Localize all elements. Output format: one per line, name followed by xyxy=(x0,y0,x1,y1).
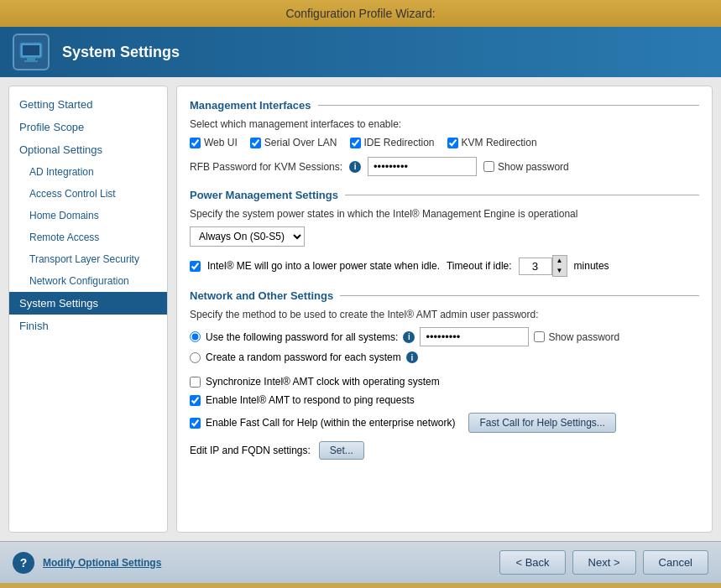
sidebar-item-access-control-list[interactable]: Access Control List xyxy=(9,183,167,205)
footer-buttons: < Back Next > Cancel xyxy=(499,550,708,575)
svg-rect-1 xyxy=(23,45,39,55)
svg-rect-2 xyxy=(27,58,35,60)
power-state-dropdown[interactable]: Always On (S0-S5) Always On (S0) Always … xyxy=(190,226,305,247)
password-info-icon: i xyxy=(403,331,415,343)
serial-over-lan-label[interactable]: Serial Over LAN xyxy=(250,137,337,148)
admin-password-input[interactable] xyxy=(420,327,529,346)
sidebar-item-transport-layer-security[interactable]: Transport Layer Security xyxy=(9,248,167,270)
svg-rect-3 xyxy=(24,60,38,62)
sidebar-item-finish[interactable]: Finish xyxy=(9,315,167,337)
idle-state-label: Intel® ME will go into a lower power sta… xyxy=(207,260,440,272)
header-icon xyxy=(13,34,50,70)
radio-use-password[interactable] xyxy=(190,331,201,342)
ide-redirection-label[interactable]: IDE Redirection xyxy=(350,137,435,148)
radio-random-password[interactable] xyxy=(190,352,201,363)
rfb-password-row: RFB Password for KVM Sessions: i Show pa… xyxy=(190,157,699,176)
ping-checkbox[interactable] xyxy=(190,395,201,406)
timeout-up-button[interactable]: ▲ xyxy=(553,256,567,266)
power-management-title: Power Management Settings xyxy=(190,189,699,201)
timeout-row: Intel® ME will go into a lower power sta… xyxy=(190,255,699,277)
serial-over-lan-checkbox[interactable] xyxy=(250,138,261,148)
web-ui-checkbox[interactable] xyxy=(190,138,201,148)
radio-random-password-label: Create a random password for each system xyxy=(206,351,401,363)
timeout-down-button[interactable]: ▼ xyxy=(553,266,567,276)
set-button[interactable]: Set... xyxy=(319,441,364,460)
sidebar-item-network-configuration[interactable]: Network Configuration xyxy=(9,270,167,292)
sidebar-item-profile-scope[interactable]: Profile Scope xyxy=(9,116,167,138)
cancel-button[interactable]: Cancel xyxy=(643,550,708,575)
web-ui-label[interactable]: Web UI xyxy=(190,137,238,148)
sidebar: Getting Started Profile Scope Optional S… xyxy=(8,86,168,533)
rfb-password-label: RFB Password for KVM Sessions: xyxy=(190,161,342,173)
sidebar-item-home-domains[interactable]: Home Domains xyxy=(9,205,167,226)
content-area: Getting Started Profile Scope Optional S… xyxy=(0,77,721,541)
timeout-unit: minutes xyxy=(574,260,609,272)
management-interfaces-title: Management Interfaces xyxy=(190,99,699,112)
random-info-icon: i xyxy=(406,351,418,363)
rfb-show-password-label[interactable]: Show password xyxy=(483,161,569,173)
header-title: System Settings xyxy=(62,44,180,61)
fast-call-settings-button[interactable]: Fast Call for Help Settings... xyxy=(468,413,615,433)
help-button[interactable]: ? xyxy=(13,552,34,574)
rfb-password-input[interactable] xyxy=(368,157,477,176)
timeout-label: Timeout if idle: xyxy=(447,260,512,272)
sidebar-item-getting-started[interactable]: Getting Started xyxy=(9,93,167,116)
ip-fqdn-row: Edit IP and FQDN settings: Set... xyxy=(190,441,699,460)
admin-show-password-label[interactable]: Show password xyxy=(534,331,619,343)
sidebar-item-optional-settings[interactable]: Optional Settings xyxy=(9,138,167,161)
network-other-desc: Specify the method to be used to create … xyxy=(190,309,699,320)
fast-call-row: Enable Fast Call for Help (within the en… xyxy=(190,413,699,433)
header: System Settings xyxy=(0,27,721,77)
sidebar-item-remote-access[interactable]: Remote Access xyxy=(9,226,167,248)
modify-optional-settings-link[interactable]: Modify Optional Settings xyxy=(43,557,161,569)
sidebar-item-system-settings[interactable]: System Settings xyxy=(9,292,167,315)
sync-clock-checkbox[interactable] xyxy=(190,377,201,388)
kvm-redirection-checkbox[interactable] xyxy=(447,138,458,148)
idle-state-checkbox[interactable] xyxy=(190,261,201,272)
admin-show-password-checkbox[interactable] xyxy=(534,331,545,342)
main-panel: Management Interfaces Select which manag… xyxy=(176,86,713,533)
window-title: Configuration Profile Wizard: xyxy=(285,7,435,20)
rfb-info-icon: i xyxy=(349,161,361,173)
power-dropdown-row: Always On (S0-S5) Always On (S0) Always … xyxy=(190,226,699,247)
management-interfaces-checkboxes: Web UI Serial Over LAN IDE Redirection K… xyxy=(190,137,699,148)
timeout-spinner[interactable]: ▲ ▼ xyxy=(552,255,567,277)
fast-call-checkbox[interactable] xyxy=(190,418,201,429)
ping-row[interactable]: Enable Intel® AMT to respond to ping req… xyxy=(190,394,699,406)
power-management-desc: Specify the system power states in which… xyxy=(190,208,699,220)
rfb-show-password-checkbox[interactable] xyxy=(483,161,494,172)
network-checkboxes: Synchronize Intel® AMT clock with operat… xyxy=(190,376,699,433)
network-other-title: Network and Other Settings xyxy=(190,289,699,302)
kvm-redirection-label[interactable]: KVM Redirection xyxy=(447,137,537,148)
next-button[interactable]: Next > xyxy=(572,550,636,575)
ip-fqdn-label: Edit IP and FQDN settings: xyxy=(190,445,311,456)
title-bar: Configuration Profile Wizard: xyxy=(0,0,721,27)
fast-call-label[interactable]: Enable Fast Call for Help (within the en… xyxy=(190,417,455,429)
footer: ? Modify Optional Settings < Back Next >… xyxy=(0,541,721,583)
radio-use-password-row: Use the following password for all syste… xyxy=(190,327,699,346)
footer-left: ? Modify Optional Settings xyxy=(13,552,161,574)
sidebar-item-ad-integration[interactable]: AD Integration xyxy=(9,161,167,183)
management-interfaces-desc: Select which management interfaces to en… xyxy=(190,118,699,130)
radio-use-password-label: Use the following password for all syste… xyxy=(206,331,398,343)
radio-random-password-row: Create a random password for each system… xyxy=(190,351,699,363)
back-button[interactable]: < Back xyxy=(499,550,565,575)
timeout-input[interactable] xyxy=(519,258,552,275)
sync-clock-row[interactable]: Synchronize Intel® AMT clock with operat… xyxy=(190,376,699,388)
ide-redirection-checkbox[interactable] xyxy=(350,138,361,148)
